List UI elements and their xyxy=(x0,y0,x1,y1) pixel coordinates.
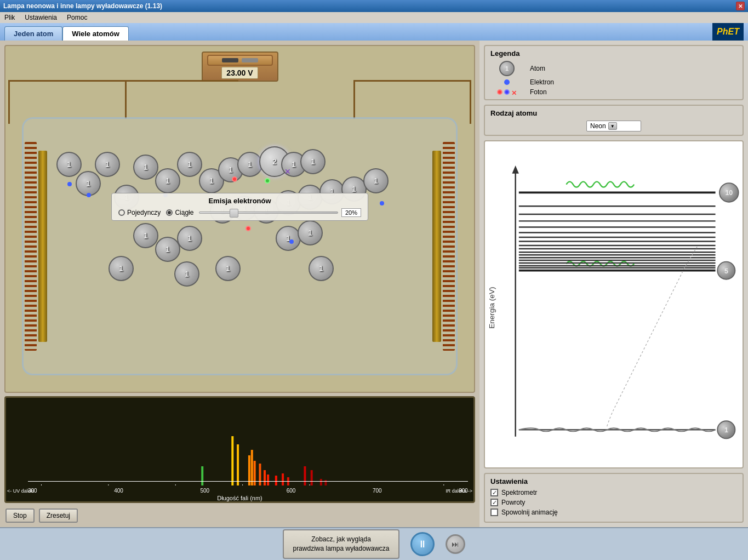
wire-top-right xyxy=(355,80,472,82)
energy-diagram: Energia (eV) 1 5 xyxy=(484,140,744,468)
pause-button[interactable]: ⏸ xyxy=(410,532,435,556)
atom-10: 1 xyxy=(237,152,262,177)
atom-13: 1 xyxy=(300,149,326,174)
atom-21: 1 xyxy=(276,226,301,251)
settings-title: Ustawienia xyxy=(490,477,737,485)
setting-spectrometer: Spektrometr xyxy=(490,489,737,496)
svg-text:5: 5 xyxy=(724,267,728,275)
radio-continuous[interactable]: Ciągłe xyxy=(166,209,193,216)
spectrum-axis-label: Długość fali (nm) xyxy=(6,495,473,501)
left-coil xyxy=(25,142,37,351)
left-electrode xyxy=(24,119,51,374)
returns-checkbox[interactable] xyxy=(490,499,498,506)
legend-photon-icon-area: ✕ xyxy=(490,89,523,95)
real-lamp-button[interactable]: Zobacz, jak wygląda prawdziwa lampa wyła… xyxy=(283,529,399,559)
dropdown-arrow-icon[interactable]: ▼ xyxy=(608,122,617,130)
title-bar: Lampa neonowa i inne lampy wyładowawcze … xyxy=(0,0,748,12)
bottom-bar: Zobacz, jak wygląda prawdziwa lampa wyła… xyxy=(0,527,748,560)
spectrum-labels: 300 400 500 600 700 900 xyxy=(28,488,468,494)
radio-continuous-btn[interactable] xyxy=(166,209,173,216)
electron-4 xyxy=(289,239,294,244)
radio-single[interactable]: Pojedynczy xyxy=(118,209,161,216)
setting-returns: Powroty xyxy=(490,499,737,506)
window-title: Lampa neonowa i inne lampy wyładowawcze … xyxy=(3,2,162,10)
menu-ustawienia[interactable]: Ustawienia xyxy=(22,13,59,22)
close-button[interactable]: ✕ xyxy=(736,2,745,10)
phet-logo: PhET xyxy=(712,23,744,41)
slow-anim-checkbox[interactable] xyxy=(490,508,498,516)
legend-items: 1 Atom Elektron ✕ xyxy=(490,61,737,96)
spectrum-canvas xyxy=(28,398,475,485)
svg-text:Energia (eV): Energia (eV) xyxy=(488,287,496,329)
spectrometer-checkbox[interactable] xyxy=(490,489,498,496)
emission-box: Emisja elektronów Pojedynczy Ciągłe xyxy=(111,193,368,221)
atom-6: 1 xyxy=(155,168,180,193)
spectrum-scale xyxy=(28,481,468,482)
right-plate xyxy=(432,151,441,342)
atom-25: 1 xyxy=(177,226,202,251)
returns-label: Powroty xyxy=(501,499,525,506)
battery-top xyxy=(207,55,273,66)
atom-23: 1 xyxy=(133,223,158,248)
menu-plik[interactable]: Plik xyxy=(2,13,17,22)
atom-22: 1 xyxy=(298,220,323,245)
voltage-display: 23.00 V xyxy=(221,67,258,79)
wire-far-left xyxy=(8,80,41,82)
spectrometer-buttons: Stop Zresetuj xyxy=(4,508,475,523)
tab-jeden-atom[interactable]: Jeden atom xyxy=(4,26,62,41)
atom-type-section: Rodzaj atomu Neon ▼ xyxy=(484,105,744,136)
glass-tube: Emisja elektronów Pojedynczy Ciągłe xyxy=(22,117,458,375)
left-plate xyxy=(38,151,47,342)
energy-svg: Energia (eV) 1 5 xyxy=(485,141,743,467)
right-coil xyxy=(443,142,455,351)
atom-26: 1 xyxy=(363,168,389,193)
settings-section: Ustawienia Spektrometr Powroty Spowolnij… xyxy=(484,473,744,523)
atom-5: 1 xyxy=(133,155,158,180)
atom-29: 1 xyxy=(215,256,241,281)
legend-photon: ✕ Foton xyxy=(490,88,737,96)
atom-27: 1 xyxy=(109,256,134,281)
wire-right-vertical xyxy=(353,80,355,118)
wire-left-vertical xyxy=(125,80,127,118)
atom-type-select-container: Neon ▼ xyxy=(490,121,737,132)
atom-30: 1 xyxy=(309,256,334,281)
radio-single-btn[interactable] xyxy=(118,209,125,216)
photon-red-1 xyxy=(232,176,237,182)
legend-atom-icon-area: 1 xyxy=(490,61,523,76)
wire-top-left xyxy=(41,80,238,82)
svg-text:10: 10 xyxy=(725,189,733,197)
simulation-panel: 23.00 V xyxy=(0,41,479,527)
stop-button[interactable]: Stop xyxy=(5,508,35,523)
rate-value: 20% xyxy=(341,208,361,217)
reset-button[interactable]: Zresetuj xyxy=(39,508,78,523)
slider-thumb[interactable] xyxy=(230,209,238,218)
svg-marker-1 xyxy=(512,165,518,174)
tab-wiele-atomow[interactable]: Wiele atomów xyxy=(62,26,129,41)
legend-title: Legenda xyxy=(490,49,737,58)
wire-down-right xyxy=(470,80,471,124)
electron-5 xyxy=(380,201,384,205)
step-button[interactable]: ⏭ xyxy=(446,534,465,554)
menu-bar: Plik Ustawienia Pomoc xyxy=(0,12,748,23)
spectrometer-label: Spektrometr xyxy=(501,489,537,496)
photon-red-2 xyxy=(245,226,251,231)
atom-7: 1 xyxy=(177,152,202,177)
atom-type-dropdown[interactable]: Neon ▼ xyxy=(586,121,641,132)
emission-controls: Pojedynczy Ciągłe 20% xyxy=(118,208,361,217)
legend-electron: Elektron xyxy=(490,78,737,86)
electron-icon xyxy=(504,79,510,85)
legend-photon-label: Foton xyxy=(530,88,547,96)
atom-3: 1 xyxy=(95,152,120,177)
right-panel: Legenda 1 Atom Elektron xyxy=(479,41,748,527)
photon-icons: ✕ xyxy=(497,89,517,95)
menu-pomoc[interactable]: Pomoc xyxy=(65,13,89,22)
atom-24: 1 xyxy=(155,237,180,262)
legend-electron-label: Elektron xyxy=(530,78,554,86)
emission-title: Emisja elektronów xyxy=(118,197,361,205)
legend-atom-label: Atom xyxy=(530,65,545,72)
setting-slow-anim: Spowolnij animację xyxy=(490,508,737,516)
rate-slider-container: 20% xyxy=(199,208,361,217)
legend-electron-icon-area xyxy=(490,79,523,85)
electron-2 xyxy=(87,193,91,197)
rate-slider[interactable] xyxy=(199,212,338,214)
